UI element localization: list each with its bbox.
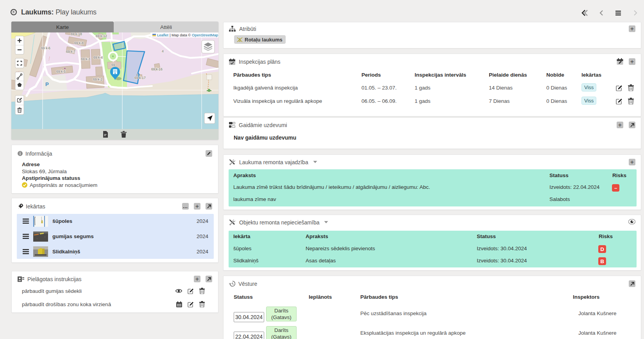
svg-text:4: 4 (162, 49, 164, 53)
svg-text:69 k-12: 69 k-12 (96, 34, 107, 38)
svg-text:P: P (45, 81, 49, 87)
svg-text:69 k-2: 69 k-2 (93, 77, 102, 81)
svg-text:69 k-4: 69 k-4 (93, 56, 103, 59)
svg-text:69 k-7: 69 k-7 (66, 50, 75, 54)
svg-text:69: 69 (111, 63, 115, 67)
svg-text:| Map data ©: | Map data © (170, 33, 191, 37)
svg-text:69 k-17: 69 k-17 (134, 76, 146, 80)
svg-text:69 k-16: 69 k-16 (151, 67, 163, 71)
svg-text:69 k-6: 69 k-6 (41, 46, 50, 50)
svg-text:69 k-18: 69 k-18 (71, 32, 82, 36)
svg-text:69 k-5: 69 k-5 (56, 70, 66, 74)
svg-text:Leaflet: Leaflet (157, 33, 168, 37)
svg-text:69 k-3: 69 k-3 (81, 57, 90, 61)
svg-text:OpenStreetMap: OpenStreetMap (192, 33, 218, 37)
svg-text:69 k-8: 69 k-8 (74, 41, 84, 45)
